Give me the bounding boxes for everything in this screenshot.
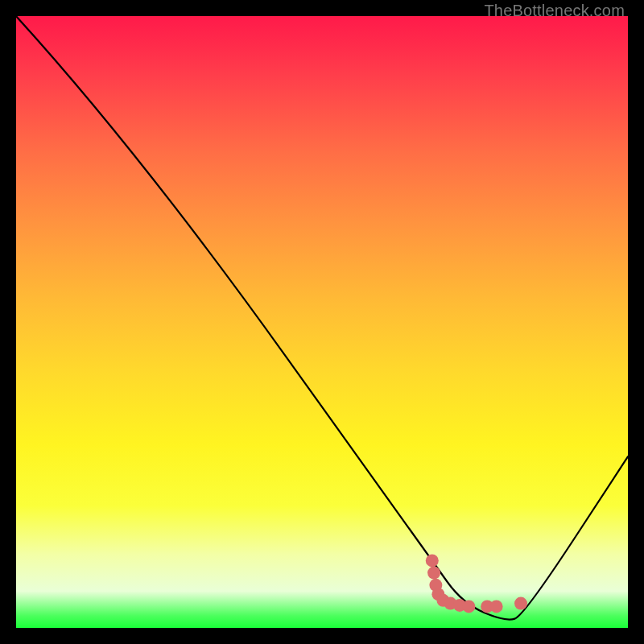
chart-svg bbox=[16, 16, 628, 628]
highlight-point bbox=[462, 600, 475, 613]
highlight-point bbox=[427, 567, 440, 580]
highlight-point bbox=[426, 554, 439, 567]
highlight-point bbox=[514, 597, 527, 610]
chart-frame bbox=[16, 16, 628, 628]
highlighted-points-group bbox=[426, 554, 527, 613]
highlight-point bbox=[490, 600, 503, 613]
bottleneck-curve-line bbox=[16, 16, 628, 620]
